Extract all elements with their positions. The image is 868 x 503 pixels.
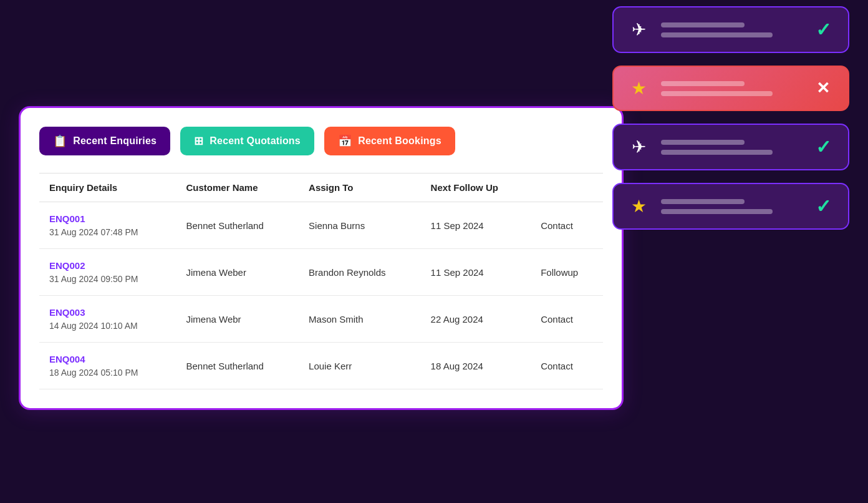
check-icon-3[interactable]: ✓ xyxy=(812,195,834,217)
col-customer-name-label: Customer Name xyxy=(186,182,258,193)
enquiry-date-1: 31 Aug 2024 09:50 PM xyxy=(49,274,138,284)
action-label-2: Contact xyxy=(541,314,573,325)
cell-action-0: Contact xyxy=(531,202,603,249)
panel-line-1a xyxy=(661,22,745,27)
panel-lines-4 xyxy=(661,199,801,214)
cell-followup-0: 11 Sep 2024 xyxy=(421,202,531,249)
panel-line-2a xyxy=(661,81,745,86)
main-card: 📋 Recent Enquiries ⊞ Recent Quotations 📅… xyxy=(19,106,624,410)
panel-card-1: ✈ ✓ xyxy=(612,6,849,53)
tab-recent-enquiries[interactable]: 📋 Recent Enquiries xyxy=(39,127,170,155)
enquiries-table: Enquiry Details Customer Name Assign To … xyxy=(39,173,603,389)
col-next-follow-up-label: Next Follow Up xyxy=(431,182,498,193)
cell-enquiry-2: ENQ003 14 Aug 2024 10:10 AM xyxy=(39,296,176,343)
customer-name-3: Bennet Sutherland xyxy=(186,361,263,371)
assign-to-0: Sienna Burns xyxy=(309,220,365,231)
enquiries-icon: 📋 xyxy=(53,134,67,148)
enquiry-id-1[interactable]: ENQ002 xyxy=(49,260,166,271)
assign-to-3: Louie Kerr xyxy=(309,361,352,371)
cell-assign-3: Louie Kerr xyxy=(299,343,421,389)
col-action xyxy=(531,173,603,202)
right-panels: ✈ ✓ ★ ✕ ✈ ✓ ★ ✓ xyxy=(612,6,849,236)
plane-icon-2: ✈ xyxy=(627,137,650,157)
tabs-row: 📋 Recent Enquiries ⊞ Recent Quotations 📅… xyxy=(39,127,603,155)
cell-enquiry-0: ENQ001 31 Aug 2024 07:48 PM xyxy=(39,202,176,249)
panel-lines-1 xyxy=(661,22,801,37)
table-row: ENQ002 31 Aug 2024 09:50 PM Jimena Weber… xyxy=(39,249,603,296)
cell-assign-2: Mason Smith xyxy=(299,296,421,343)
cell-assign-1: Brandon Reynolds xyxy=(299,249,421,296)
cross-icon-1[interactable]: ✕ xyxy=(812,79,834,98)
panel-line-3a xyxy=(661,140,745,145)
cell-followup-2: 22 Aug 2024 xyxy=(421,296,531,343)
cell-enquiry-1: ENQ002 31 Aug 2024 09:50 PM xyxy=(39,249,176,296)
col-assign-to-label: Assign To xyxy=(309,182,353,193)
col-enquiry-details: Enquiry Details xyxy=(39,173,176,202)
assign-to-1: Brandon Reynolds xyxy=(309,267,385,278)
enquiry-id-0[interactable]: ENQ001 xyxy=(49,213,166,224)
table-row: ENQ001 31 Aug 2024 07:48 PM Bennet Suthe… xyxy=(39,202,603,249)
check-icon-1[interactable]: ✓ xyxy=(812,19,834,41)
panel-card-3: ✈ ✓ xyxy=(612,124,849,170)
enquiry-id-3[interactable]: ENQ004 xyxy=(49,354,166,364)
next-follow-up-0: 11 Sep 2024 xyxy=(431,220,484,231)
cell-customer-3: Bennet Sutherland xyxy=(176,343,299,389)
quotations-icon: ⊞ xyxy=(194,134,203,148)
cell-followup-1: 11 Sep 2024 xyxy=(421,249,531,296)
enquiry-date-2: 14 Aug 2024 10:10 AM xyxy=(49,321,138,331)
enquiries-tab-label: Recent Enquiries xyxy=(73,135,157,147)
customer-name-1: Jimena Weber xyxy=(186,267,246,278)
action-label-1: Followup xyxy=(541,267,578,278)
cell-assign-0: Sienna Burns xyxy=(299,202,421,249)
star-icon-2: ★ xyxy=(627,196,650,217)
tab-recent-quotations[interactable]: ⊞ Recent Quotations xyxy=(180,127,314,155)
panel-line-2b xyxy=(661,91,773,96)
col-enquiry-details-label: Enquiry Details xyxy=(49,182,117,193)
panel-card-4: ★ ✓ xyxy=(612,183,849,230)
bookings-tab-label: Recent Bookings xyxy=(358,135,441,147)
action-label-0: Contact xyxy=(541,220,573,231)
col-customer-name: Customer Name xyxy=(176,173,299,202)
panel-lines-2 xyxy=(661,81,801,96)
cell-action-1: Followup xyxy=(531,249,603,296)
check-icon-2[interactable]: ✓ xyxy=(812,136,834,158)
cell-customer-1: Jimena Weber xyxy=(176,249,299,296)
next-follow-up-2: 22 Aug 2024 xyxy=(431,314,483,325)
assign-to-2: Mason Smith xyxy=(309,314,364,325)
enquiry-id-2[interactable]: ENQ003 xyxy=(49,307,166,318)
next-follow-up-3: 18 Aug 2024 xyxy=(431,361,483,371)
panel-line-1b xyxy=(661,32,773,37)
panel-line-4a xyxy=(661,199,745,204)
cell-customer-0: Bennet Sutherland xyxy=(176,202,299,249)
quotations-tab-label: Recent Quotations xyxy=(210,135,301,147)
plane-icon-1: ✈ xyxy=(627,19,650,40)
star-icon-1: ★ xyxy=(627,78,650,99)
panel-line-4b xyxy=(661,209,773,214)
customer-name-0: Bennet Sutherland xyxy=(186,220,263,231)
cell-followup-3: 18 Aug 2024 xyxy=(421,343,531,389)
cell-action-3: Contact xyxy=(531,343,603,389)
panel-card-2: ★ ✕ xyxy=(612,66,849,111)
col-next-follow-up: Next Follow Up xyxy=(421,173,531,202)
cell-customer-2: Jimena Webr xyxy=(176,296,299,343)
action-label-3: Contact xyxy=(541,361,573,371)
enquiry-date-3: 18 Aug 2024 05:10 PM xyxy=(49,368,138,378)
bookings-icon: 📅 xyxy=(338,134,352,148)
panel-line-3b xyxy=(661,150,773,155)
col-assign-to: Assign To xyxy=(299,173,421,202)
table-header-row: Enquiry Details Customer Name Assign To … xyxy=(39,173,603,202)
customer-name-2: Jimena Webr xyxy=(186,314,241,325)
tab-recent-bookings[interactable]: 📅 Recent Bookings xyxy=(324,127,455,155)
enquiry-date-0: 31 Aug 2024 07:48 PM xyxy=(49,227,138,237)
panel-lines-3 xyxy=(661,140,801,155)
cell-action-2: Contact xyxy=(531,296,603,343)
cell-enquiry-3: ENQ004 18 Aug 2024 05:10 PM xyxy=(39,343,176,389)
table-row: ENQ003 14 Aug 2024 10:10 AM Jimena Webr … xyxy=(39,296,603,343)
next-follow-up-1: 11 Sep 2024 xyxy=(431,267,484,278)
table-row: ENQ004 18 Aug 2024 05:10 PM Bennet Suthe… xyxy=(39,343,603,389)
